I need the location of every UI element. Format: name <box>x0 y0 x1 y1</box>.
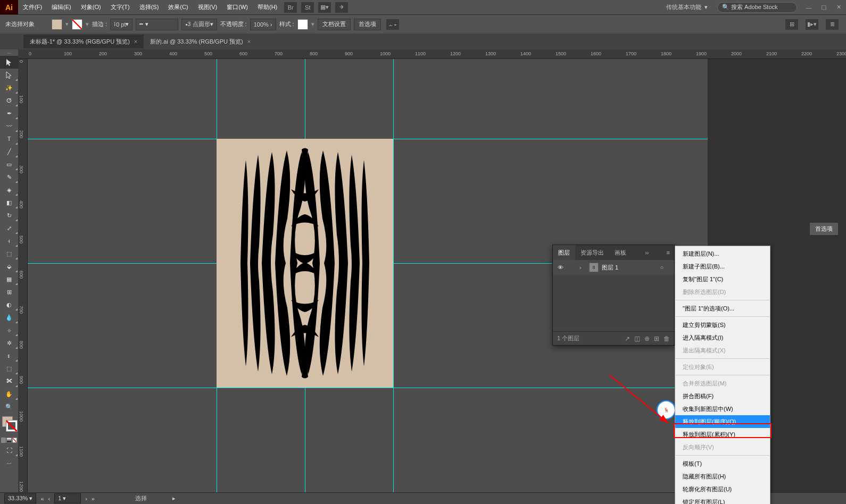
tab-layers[interactable]: 图层 <box>553 245 575 260</box>
edit-toolbar[interactable]: ··· <box>0 457 18 469</box>
context-menu-item[interactable]: 拼合图稿(F) <box>675 390 770 402</box>
panel-list-icon[interactable]: ≣ <box>826 19 839 30</box>
scale-tool[interactable]: ⤢ <box>0 222 18 234</box>
zoom-tool[interactable]: 🔍 <box>0 400 18 413</box>
close-icon[interactable]: × <box>247 38 251 45</box>
context-menu-item[interactable]: "图层 1"的选项(O)... <box>675 302 770 315</box>
ruler-horizontal[interactable]: 0100200300400500600700800900100011001200… <box>18 49 846 59</box>
symbol-sprayer-tool[interactable]: ✲ <box>0 337 18 349</box>
eraser-tool[interactable]: ◧ <box>0 196 18 209</box>
mesh-tool[interactable]: ⊞ <box>0 285 18 298</box>
locate-layer-icon[interactable]: ↗ <box>625 335 630 342</box>
gradient-tool[interactable]: ◐ <box>0 298 18 311</box>
rotate-tool[interactable]: ↻ <box>0 209 18 222</box>
line-tool[interactable]: ╱ <box>0 145 18 158</box>
gpu-icon[interactable]: ✈ <box>335 2 348 13</box>
context-menu-item[interactable]: 释放到图层(顺序)(Q) <box>675 415 770 428</box>
artboard-nav-field[interactable]: 1 ▾ <box>54 493 81 503</box>
layer-name[interactable]: 图层 1 <box>602 264 656 272</box>
direct-selection-tool[interactable] <box>0 69 18 81</box>
shape-builder-tool[interactable]: ⬙ <box>0 260 18 273</box>
context-menu-item[interactable]: 复制"图层 1"(C) <box>675 273 770 285</box>
color-mode-none[interactable] <box>12 438 17 443</box>
search-adobe-stock[interactable]: 🔍 搜索 Adobe Stock <box>717 2 797 13</box>
color-mode-solid[interactable] <box>1 438 6 443</box>
artboard-nav-next[interactable]: › <box>85 495 87 502</box>
document-setup-button[interactable]: 文档设置 <box>318 19 351 30</box>
stock-icon[interactable]: St <box>301 2 314 13</box>
opacity-input[interactable]: 100% › <box>250 19 276 30</box>
blend-tool[interactable]: ⟐ <box>0 324 18 337</box>
artboard-nav-last[interactable]: » <box>92 495 95 502</box>
window-minimize[interactable]: — <box>802 2 815 13</box>
new-sublayer-icon[interactable]: ⊕ <box>644 335 650 342</box>
menu-help[interactable]: 帮助(H) <box>253 0 282 14</box>
tab-artboards[interactable]: 画板 <box>609 245 632 260</box>
context-menu-item[interactable]: 新建子图层(B)... <box>675 260 770 273</box>
layers-collapse-icon[interactable]: ›› <box>641 249 653 256</box>
layers-menu-icon[interactable]: ≡ <box>662 249 674 256</box>
free-transform-tool[interactable]: ⬚ <box>0 247 18 260</box>
stroke-weight-input[interactable]: ⁞ 0 pt ▾ <box>110 19 132 30</box>
panel-dots-icon[interactable]: ⊞ <box>785 19 798 30</box>
graphic-style[interactable] <box>297 19 308 30</box>
layer-row[interactable]: 👁 › 8 图层 1 ○ <box>553 260 674 275</box>
new-layer-icon[interactable]: ⊞ <box>654 335 659 342</box>
context-menu-item[interactable]: 释放到图层(累积)(Y) <box>675 428 770 441</box>
menu-edit[interactable]: 编辑(E) <box>47 0 76 14</box>
ruler-vertical[interactable]: 0100200300400500600700800900100011001200 <box>18 59 28 492</box>
graph-tool[interactable]: ⫾ <box>0 349 18 362</box>
rectangle-tool[interactable]: ▭ <box>0 158 18 171</box>
context-menu-item[interactable]: 收集到新图层中(W) <box>675 402 770 415</box>
screen-mode-tool[interactable]: ⛶ <box>0 444 18 457</box>
zoom-level[interactable]: 33.33% ▾ <box>4 493 36 503</box>
selection-tool[interactable] <box>0 56 18 69</box>
target-icon[interactable]: ○ <box>656 264 668 271</box>
bridge-icon[interactable]: Br <box>284 2 297 13</box>
menu-type[interactable]: 文字(T) <box>106 0 135 14</box>
menu-view[interactable]: 视图(V) <box>193 0 222 14</box>
slice-tool[interactable]: ✀ <box>0 375 18 388</box>
stroke-swatch[interactable] <box>72 19 82 30</box>
align-flyout[interactable]: ⫠▾ <box>386 19 399 30</box>
document-tab-inactive[interactable]: 新的.ai @ 33.33% (RGB/GPU 预览)× <box>144 35 257 48</box>
menu-file[interactable]: 文件(F) <box>18 0 47 14</box>
perspective-tool[interactable]: ▦ <box>0 273 18 285</box>
toolbox-grip[interactable]: ┄ <box>0 51 18 56</box>
magic-wand-tool[interactable]: ✨ <box>0 81 18 94</box>
pen-tool[interactable]: ✒ <box>0 107 18 120</box>
eyedropper-tool[interactable]: 💧 <box>0 311 18 324</box>
window-maximize[interactable]: ▢ <box>817 2 830 13</box>
fill-stroke-colors[interactable] <box>0 415 18 436</box>
context-menu-item[interactable]: 轮廓化所有图层(U) <box>675 483 770 495</box>
context-menu-item[interactable]: 进入隔离模式(I) <box>675 331 770 344</box>
menu-effect[interactable]: 效果(C) <box>163 0 193 14</box>
shaper-tool[interactable]: ◈ <box>0 183 18 196</box>
variable-width-profile[interactable]: ━ ▾ <box>136 19 178 30</box>
curvature-tool[interactable]: 〰 <box>0 120 18 132</box>
artboard-nav-first[interactable]: « <box>40 495 44 502</box>
preferences-button[interactable]: 首选项 <box>354 19 381 30</box>
artboard-tool[interactable]: ⬚ <box>0 362 18 375</box>
context-menu-item[interactable]: 新建图层(N)... <box>675 247 770 260</box>
menu-select[interactable]: 选择(S) <box>135 0 164 14</box>
arrange-icon[interactable]: ▦▾ <box>318 2 331 13</box>
guide-horizontal[interactable] <box>28 388 708 388</box>
fill-swatch[interactable] <box>52 19 62 30</box>
paintbrush-tool[interactable]: ✎ <box>0 171 18 183</box>
color-mode-gradient[interactable] <box>6 438 11 443</box>
visibility-toggle-icon[interactable]: 👁 <box>553 264 568 271</box>
status-dropdown-icon[interactable]: ▸ <box>172 495 176 502</box>
context-menu-item[interactable]: 建立剪切蒙版(S) <box>675 318 770 331</box>
tab-asset-export[interactable]: 资源导出 <box>575 245 609 260</box>
menu-object[interactable]: 对象(O) <box>76 0 106 14</box>
toolbox-stroke[interactable] <box>6 421 17 431</box>
window-close[interactable]: ✕ <box>832 2 845 13</box>
width-tool[interactable]: ⫞ <box>0 234 18 247</box>
artboard-nav-prev[interactable]: ‹ <box>48 495 51 502</box>
guide-vertical[interactable] <box>393 59 394 492</box>
layers-panel[interactable]: 图层 资源导出 画板 ›› ≡ 👁 › 8 图层 1 ○ 1 个图层 ↗ ◫ ⊕… <box>552 245 675 346</box>
context-menu-item[interactable]: 模板(T) <box>675 457 770 470</box>
context-menu-item[interactable]: 锁定所有图层(L) <box>675 495 770 504</box>
brush-definition[interactable]: • 3 点圆形 ▾ <box>181 19 217 30</box>
